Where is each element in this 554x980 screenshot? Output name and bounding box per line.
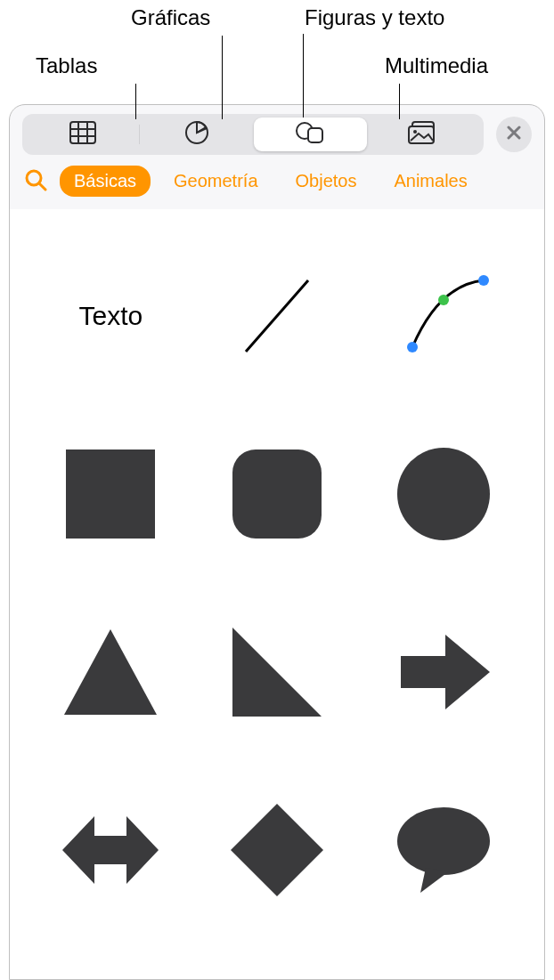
callout-graficas: Gráficas <box>131 5 210 30</box>
shape-curve[interactable] <box>360 227 526 405</box>
shapes-area: Texto <box>10 209 544 980</box>
arrow-right-icon <box>390 619 497 725</box>
shape-text[interactable]: Texto <box>28 227 194 405</box>
svg-line-16 <box>39 183 45 190</box>
svg-point-12 <box>413 130 417 134</box>
media-button[interactable] <box>367 117 480 151</box>
insert-segmented-control <box>22 114 484 155</box>
callout-line <box>303 34 304 117</box>
callout-line <box>135 84 136 119</box>
rounded-square-icon <box>224 441 330 547</box>
shapes-grid: Texto <box>10 227 544 939</box>
svg-marker-25 <box>232 628 322 717</box>
callouts-layer: Tablas Gráficas Figuras y texto Multimed… <box>0 0 554 107</box>
shape-arrow-right[interactable] <box>360 583 526 761</box>
shape-diamond[interactable] <box>194 761 361 939</box>
triangle-icon <box>57 619 164 725</box>
shape-speech-bubble[interactable] <box>360 761 526 939</box>
close-button[interactable] <box>496 117 532 152</box>
tab-basicas[interactable]: Básicas <box>60 166 151 197</box>
shapes-icon <box>295 120 325 149</box>
svg-point-18 <box>407 342 418 352</box>
shapes-text-button[interactable] <box>254 117 367 151</box>
svg-rect-9 <box>308 128 322 142</box>
svg-marker-24 <box>64 629 157 715</box>
pie-chart-icon <box>184 120 209 149</box>
svg-point-19 <box>478 275 489 286</box>
diamond-icon <box>224 797 330 903</box>
tab-animales[interactable]: Animales <box>379 166 481 197</box>
text-label: Texto <box>78 301 143 331</box>
callout-line <box>222 36 223 119</box>
circle-icon <box>390 441 497 547</box>
svg-marker-27 <box>62 816 159 884</box>
svg-point-23 <box>397 448 490 540</box>
search-icon <box>24 168 47 195</box>
charts-button[interactable] <box>140 117 253 151</box>
callout-line <box>399 84 400 119</box>
callout-multimedia: Multimedia <box>385 53 488 78</box>
category-tabs: Básicas Geometría Objetos Animales <box>10 160 544 209</box>
shape-rounded-square[interactable] <box>194 405 361 583</box>
shape-circle[interactable] <box>360 405 526 583</box>
insert-toolbar <box>10 105 544 160</box>
right-triangle-icon <box>224 619 330 725</box>
shape-double-arrow[interactable] <box>28 761 194 939</box>
close-icon <box>507 126 521 143</box>
speech-bubble-icon <box>390 797 497 903</box>
square-icon <box>57 441 164 547</box>
callout-figuras-texto: Figuras y texto <box>305 5 444 30</box>
media-icon <box>408 121 438 148</box>
svg-marker-26 <box>401 635 490 709</box>
tables-button[interactable] <box>26 117 139 151</box>
svg-point-20 <box>438 295 449 305</box>
shape-right-triangle[interactable] <box>194 583 361 761</box>
svg-marker-28 <box>231 804 323 896</box>
table-icon <box>69 121 96 148</box>
search-button[interactable] <box>20 166 51 197</box>
shape-line[interactable] <box>194 227 361 405</box>
svg-point-29 <box>397 807 490 875</box>
shape-square[interactable] <box>28 405 194 583</box>
svg-line-17 <box>246 280 308 352</box>
insert-panel: Básicas Geometría Objetos Animales Texto <box>9 104 545 980</box>
shape-triangle[interactable] <box>28 583 194 761</box>
callout-tablas: Tablas <box>36 53 97 78</box>
double-arrow-icon <box>57 797 164 903</box>
line-icon <box>224 263 330 369</box>
curve-icon <box>390 263 497 369</box>
svg-rect-22 <box>232 450 322 539</box>
svg-rect-21 <box>66 450 155 539</box>
tab-geometria[interactable]: Geometría <box>159 166 272 197</box>
tab-objetos[interactable]: Objetos <box>281 166 371 197</box>
svg-rect-0 <box>70 122 95 143</box>
